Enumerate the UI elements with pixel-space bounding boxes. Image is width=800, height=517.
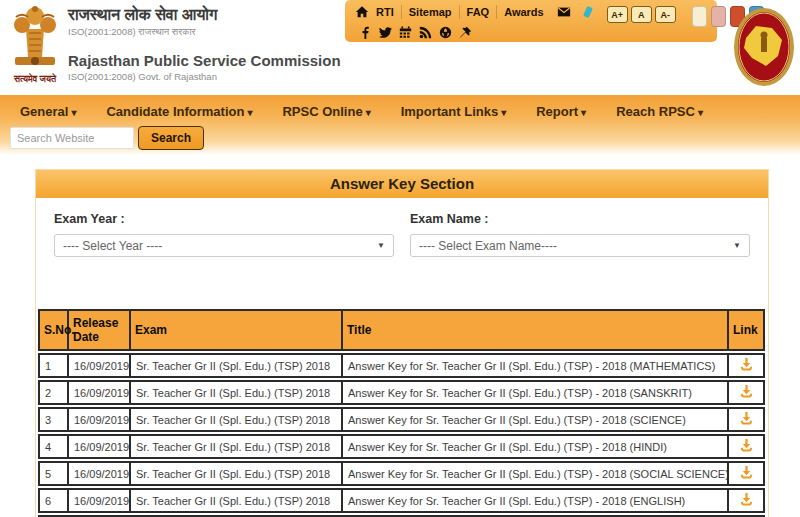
search-input[interactable] [10,127,134,149]
table-row: 316/09/2019Sr. Teacher Gr II (Spl. Edu.)… [38,407,765,432]
theme-swatch-1[interactable] [692,6,707,27]
cell-release-date: 16/09/2019 [69,488,131,513]
pushpin-icon[interactable] [459,25,472,38]
answer-key-table-wrap: S.No.Release DateExamTitleLink 116/09/20… [38,307,766,517]
exam-year-label: Exam Year : [54,212,394,226]
ashoka-emblem-icon [9,55,61,72]
menu-item-reach-rpsc[interactable]: Reach RPSC▾ [616,104,703,119]
exam-name-selected-value: ---- Select Exam Name---- [419,239,557,253]
download-icon[interactable] [739,438,754,453]
table-row: 216/09/2019Sr. Teacher Gr II (Spl. Edu.)… [38,380,765,405]
cell-release-date: 16/09/2019 [69,461,131,486]
table-row: 416/09/2019Sr. Teacher Gr II (Spl. Edu.)… [38,434,765,459]
navigation-bar: General▾Candidate Information▾RPSC Onlin… [0,95,800,155]
download-icon[interactable] [739,411,754,426]
cell-release-date: 16/09/2019 [69,380,131,405]
cell-exam: Sr. Teacher Gr II (Spl. Edu.) (TSP) 2018 [131,353,343,378]
quick-link-awards[interactable]: Awards [496,5,551,19]
twitter-icon[interactable] [379,25,392,38]
cell-release-date: 16/09/2019 [69,434,131,459]
download-icon[interactable] [739,357,754,372]
chevron-down-icon: ▼ [377,241,385,250]
phone-icon[interactable] [581,5,595,19]
cell-title: Answer Key for Sr. Teacher Gr II (Spl. E… [343,488,729,513]
cell-link [729,407,765,432]
menu-item-candidate-information[interactable]: Candidate Information▾ [106,104,252,119]
cell-title: Answer Key for Sr. Teacher Gr II (Spl. E… [343,461,729,486]
menu-item-important-links[interactable]: Important Links▾ [401,104,507,119]
font-size-button-aminus[interactable]: A- [655,6,676,23]
cell-release-date: 16/09/2019 [69,407,131,432]
globe-icon[interactable] [439,25,452,38]
download-icon[interactable] [739,384,754,399]
page-header: सत्यमेव जयते राजस्थान लोक सेवा आयोग ISO(… [0,0,800,95]
cell-link [729,461,765,486]
section-title: Answer Key Section [36,170,768,198]
table-header-row: S.No.Release DateExamTitleLink [38,309,765,351]
cell-release-date: 16/09/2019 [69,353,131,378]
org-titles: राजस्थान लोक सेवा आयोग ISO(2001:2008) रा… [68,6,341,82]
filter-form: Exam Year : ---- Select Year ---- ▼ Exam… [36,198,768,257]
cell-link [729,488,765,513]
font-size-button-a[interactable]: A [631,6,652,23]
font-size-buttons: A+AA- [607,6,676,23]
cell-sno: 1 [38,353,69,378]
cell-title: Answer Key for Sr. Teacher Gr II (Spl. E… [343,353,729,378]
column-header-sno: S.No. [38,309,69,351]
download-icon[interactable] [739,465,754,480]
table-row: 116/09/2019Sr. Teacher Gr II (Spl. Edu.)… [38,353,765,378]
chevron-down-icon: ▼ [733,241,741,250]
chevron-down-icon: ▾ [366,107,371,118]
menu-item-rpsc-online[interactable]: RPSC Online▾ [282,104,370,119]
iso-line-english: ISO(2001:2008) Govt. of Rajasthan [68,71,341,82]
search-row: Search [0,122,800,150]
main-menu: General▾Candidate Information▾RPSC Onlin… [0,95,800,122]
cell-sno: 3 [38,407,69,432]
envelope-icon[interactable] [557,5,571,19]
exam-name-label: Exam Name : [410,212,750,226]
org-title-english: Rajasthan Public Service Commission [68,52,341,69]
answer-key-table: S.No.Release DateExamTitleLink 116/09/20… [38,307,765,517]
column-header-title: Title [343,309,729,351]
cell-sno: 4 [38,434,69,459]
cell-exam: Sr. Teacher Gr II (Spl. Edu.) (TSP) 2018 [131,488,343,513]
chevron-down-icon: ▾ [247,107,252,118]
emblem-caption: सत्यमेव जयते [6,74,64,85]
column-header-releasedate: Release Date [69,309,131,351]
quick-link-faq[interactable]: FAQ [459,5,497,19]
answer-key-panel: Answer Key Section Exam Year : ---- Sele… [35,169,769,517]
font-size-button-aplus[interactable]: A+ [607,6,628,23]
cell-sno: 2 [38,380,69,405]
cell-sno: 5 [38,461,69,486]
cell-link [729,380,765,405]
search-button[interactable]: Search [138,126,204,150]
quick-links-row: RTISitemapFAQAwards [355,4,595,20]
rss-icon[interactable] [419,25,432,38]
topbar: RTISitemapFAQAwards A+AA- [345,0,717,42]
national-emblem: सत्यमेव जयते [6,3,64,85]
quick-link-rti[interactable]: RTI [369,5,401,19]
cell-sno: 6 [38,488,69,513]
facebook-icon[interactable] [359,25,372,38]
chevron-down-icon: ▾ [71,107,76,118]
rpsc-logo [732,6,796,88]
exam-name-select[interactable]: ---- Select Exam Name---- ▼ [410,234,750,257]
calendar-icon[interactable] [399,25,412,38]
download-icon[interactable] [739,492,754,507]
menu-item-report[interactable]: Report▾ [536,104,586,119]
exam-year-selected-value: ---- Select Year ---- [63,239,162,253]
social-icons-row [359,25,595,38]
cell-title: Answer Key for Sr. Teacher Gr II (Spl. E… [343,407,729,432]
chevron-down-icon: ▾ [581,107,586,118]
cell-exam: Sr. Teacher Gr II (Spl. Edu.) (TSP) 2018 [131,434,343,459]
iso-line-hindi: ISO(2001:2008) राजस्थान सरकार [68,26,341,38]
theme-swatch-2[interactable] [711,6,726,27]
cell-exam: Sr. Teacher Gr II (Spl. Edu.) (TSP) 2018 [131,461,343,486]
cell-link [729,353,765,378]
chevron-down-icon: ▾ [501,107,506,118]
exam-year-select[interactable]: ---- Select Year ---- ▼ [54,234,394,257]
cell-exam: Sr. Teacher Gr II (Spl. Edu.) (TSP) 2018 [131,407,343,432]
quick-link-sitemap[interactable]: Sitemap [401,5,459,19]
home-icon[interactable] [355,5,369,19]
menu-item-general[interactable]: General▾ [20,104,76,119]
